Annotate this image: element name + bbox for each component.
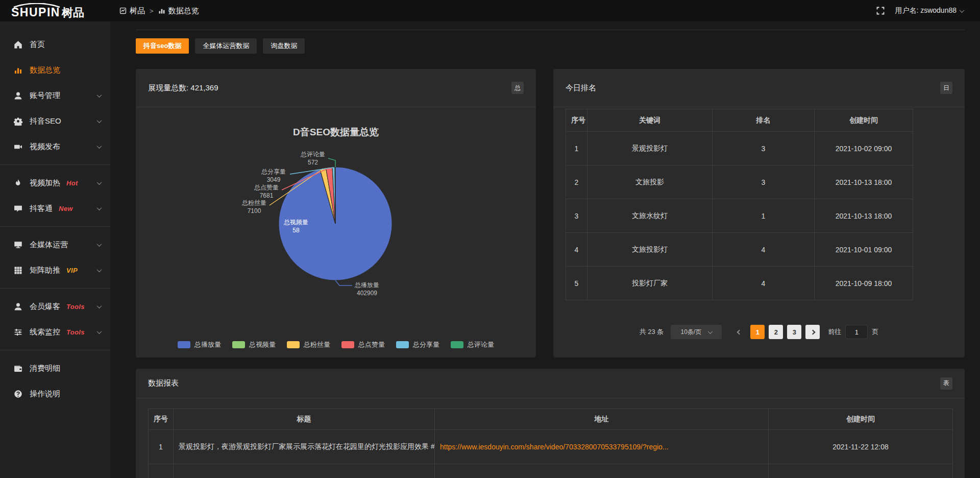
sidebar-item-线索监控[interactable]: 线索监控Tools [0,319,110,345]
sidebar-item-视频发布[interactable]: 视频发布 [0,134,110,159]
panel-title: 数据报表 [148,378,179,388]
chart-legend: 总播放量总视频量总粉丝量总点赞量总分享量总评论量 [136,340,536,349]
page-button-3[interactable]: 3 [787,325,801,339]
tab-全媒体运营数据[interactable]: 全媒体运营数据 [195,38,257,54]
sidebar-item-全媒体运营[interactable]: 全媒体运营 [0,232,110,257]
pie-label-value: 58 [284,226,308,234]
cell: 文旅投影 [587,165,713,199]
legend-item-总点赞量[interactable]: 总点赞量 [341,340,385,349]
sidebar-item-首页[interactable]: 首页 [0,32,110,57]
cell-title [174,464,435,478]
column-header: 创建时间 [815,109,913,132]
breadcrumb-item-home[interactable]: 树品 [119,6,145,16]
sidebar-item-消费明细[interactable]: 消费明细 [0,355,110,381]
pie-label-value: 7100 [242,207,266,215]
table-row: 1景观投影灯，夜游景观投影灯厂家展示展示落花灯在花园里的灯光投影应用效果 #ht… [149,430,953,464]
column-header: 关键词 [587,109,713,132]
chevron-down-icon [960,8,965,13]
legend-item-总播放量[interactable]: 总播放量 [178,340,221,349]
legend-item-总分享量[interactable]: 总分享量 [396,340,439,349]
pie-label-value: 572 [301,158,325,166]
breadcrumb-separator: > [150,7,154,15]
sidebar-item-tag: Tools [66,328,85,336]
legend-item-总粉丝量[interactable]: 总粉丝量 [287,340,330,349]
table-row: 2文旅投影32021-10-13 18:00 [566,165,913,199]
question-icon [13,390,22,398]
table-row: 4文旅投影灯42021-10-01 09:00 [566,233,913,267]
sidebar-divider [0,164,110,165]
sidebar-item-会员爆客[interactable]: 会员爆客Tools [0,294,110,319]
breadcrumb-item-current[interactable]: 数据总览 [158,6,199,16]
page-size-label: 10条/页 [681,328,702,337]
sidebar-item-label: 全媒体运营 [30,240,68,250]
panel-title: 今日排名 [566,83,596,93]
pagination-total: 共 23 条 [640,327,664,337]
ranking-table: 序号关键词排名创建时间1景观投影灯32021-10-02 09:002文旅投影3… [566,109,913,300]
legend-swatch [178,341,190,348]
legend-item-总视频量[interactable]: 总视频量 [232,340,276,349]
sidebar-item-label: 账号管理 [30,91,60,101]
cell: 景观投影灯 [587,132,713,165]
tab-询盘数据[interactable]: 询盘数据 [263,38,305,54]
table-row: 5投影灯厂家42021-10-09 18:00 [566,267,913,300]
page-size-select[interactable]: 10条/页 [671,325,722,339]
sidebar-item-label: 抖音SEO [30,116,61,126]
sidebar-item-抖音SEO[interactable]: 抖音SEO [0,108,110,134]
sidebar-item-label: 会员爆客 [30,302,60,312]
day-badge[interactable]: 日 [940,82,952,94]
column-header: 序号 [149,409,174,430]
chevron-down-icon [97,205,102,210]
user-menu[interactable]: 用户名: zswodun88 [895,6,964,15]
sidebar-item-数据总览[interactable]: 数据总览 [0,57,110,83]
legend-label: 总分享量 [413,340,439,349]
column-header: 标题 [174,409,435,430]
chevron-down-icon [708,329,713,334]
page-button-2[interactable]: 2 [769,325,783,339]
sidebar-item-抖客通[interactable]: 抖客通New [0,196,110,221]
video-link[interactable]: https://www.iesdouyin.com/share/video/70… [440,443,669,451]
sidebar-divider [0,226,110,227]
cell: 2021-10-13 18:00 [815,199,913,233]
sidebar-item-tag: Hot [66,179,78,187]
chevron-right-icon [810,329,815,334]
legend-swatch [341,341,354,348]
data-source-tabs: 抖音seo数据全媒体运营数据询盘数据 [136,38,305,54]
sidebar-item-视频加热[interactable]: 视频加热Hot [0,170,110,196]
legend-label: 总播放量 [194,340,221,349]
table-badge[interactable]: 表 [940,377,952,390]
seo-overview-panel: 展现量总数: 421,369 总 D音SEO数据量总览 总评论量572总分享量3… [136,69,536,357]
next-page-button[interactable] [805,325,820,339]
column-header: 地址 [435,409,769,430]
cell-time: 2021-11-22 12:08 [769,430,953,464]
prev-page-button[interactable] [732,325,746,339]
cell-time [769,464,953,478]
gear-icon [13,117,22,126]
cell: 5 [566,267,587,300]
fullscreen-icon[interactable] [876,7,885,15]
cell: 1 [149,430,174,464]
sidebar-item-操作说明[interactable]: 操作说明 [0,381,110,407]
pie-label-name: 总视频量 [284,218,308,226]
user-icon [13,91,22,100]
sidebar-divider [0,350,110,350]
logo: SHUPIN树品 [11,3,111,18]
cell-url: https://www.iesdouyin.com/share/video/70… [435,430,769,464]
sidebar-item-tag: New [59,205,73,212]
sidebar-item-label: 矩阵助推 [30,266,60,275]
sidebar-item-矩阵助推[interactable]: 矩阵助推VIP [0,257,110,283]
breadcrumb: 树品 > 数据总览 [119,6,199,16]
page-button-1[interactable]: 1 [750,325,765,339]
cell: 4 [713,267,815,300]
sidebar-item-账号管理[interactable]: 账号管理 [0,83,110,108]
today-ranking-panel: 今日排名 日 序号关键词排名创建时间1景观投影灯32021-10-02 09:0… [553,69,965,357]
goto-label: 前往 [828,327,841,337]
total-badge[interactable]: 总 [511,82,524,94]
goto-page-input[interactable] [845,325,868,339]
chevron-down-icon [97,242,102,247]
tab-抖音seo数据[interactable]: 抖音seo数据 [136,38,189,54]
bar-chart-icon [158,7,165,14]
sidebar-item-label: 首页 [30,40,45,50]
legend-item-总评论量[interactable]: 总评论量 [451,340,494,349]
cell: 投影灯厂家 [587,267,713,300]
chevron-left-icon [737,329,742,334]
